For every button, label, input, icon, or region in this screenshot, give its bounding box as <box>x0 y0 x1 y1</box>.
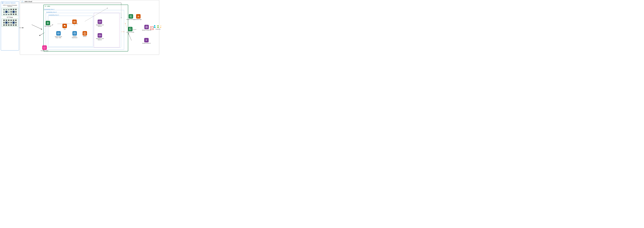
elasticache-icon <box>72 31 77 36</box>
aws-cloud-box: AWS Cloud VPC Availability Zone 1 Availa… <box>20 0 159 55</box>
lambda-edge-label: Lambda Edge <box>135 19 142 20</box>
lambda-edge-icon <box>136 14 140 19</box>
chip-icon: ⬛ <box>15 9 17 11</box>
svg-point-37 <box>100 22 100 22</box>
elasticache-label: Amazon ElastiCache <box>70 36 80 38</box>
chip-icon: ⬛ <box>15 19 17 21</box>
aws-cloud-icon <box>21 1 24 3</box>
camera-icon: 📷 <box>8 13 10 15</box>
chip-icon: ⬛ <box>6 24 8 26</box>
svg-point-47 <box>130 28 130 29</box>
cloudfront-block: Amazon CloudFront <box>142 25 151 31</box>
svg-rect-16 <box>3 3 3 3</box>
iot-core-icon <box>46 21 50 25</box>
s3-images-label: Amazon S3 Images <box>126 19 136 20</box>
chip-icon: ⬛ <box>15 22 17 24</box>
chip-icon: ⬛ <box>15 11 17 13</box>
camera-icon: 📷 <box>3 13 5 15</box>
chip-icon: ⬛ <box>12 9 14 11</box>
bastion-label: Bastion <box>83 36 86 37</box>
iot-core-label: AWS IoT Core <box>44 26 51 27</box>
cloudfront-icon <box>144 25 149 29</box>
chip-icon: ⬛ <box>10 22 12 24</box>
building-icon <box>2 2 4 4</box>
camera-icon: 📷 <box>6 13 8 15</box>
svg-rect-63 <box>44 48 45 48</box>
svg-rect-64 <box>44 48 44 49</box>
chip-icon: ⬛ <box>15 13 17 15</box>
alb1-label: Application Load Balancer <box>96 24 104 27</box>
ca-label: CA <box>74 24 75 26</box>
chip-icon: ⬛ <box>10 13 12 15</box>
alb1-icon <box>98 20 102 24</box>
svg-point-22 <box>74 21 75 22</box>
svg-rect-13 <box>2 3 2 3</box>
chip-icon: ⬛ <box>12 19 14 21</box>
svg-point-27 <box>58 34 60 34</box>
svg-point-42 <box>100 35 100 36</box>
elasticache-block: Amazon ElastiCache <box>70 31 80 38</box>
svg-rect-17 <box>2 3 3 4</box>
bastion-icon <box>82 31 87 36</box>
lambda-edge-block: Lambda Edge <box>135 14 142 20</box>
aurora-label: Amazon Aurora Read / Write <box>54 36 63 38</box>
s3-web-label: Amazon S3 Web <box>126 32 134 33</box>
chip-icon: ⬛ <box>6 19 8 21</box>
svg-point-41 <box>99 35 99 36</box>
switch-icon: ≡ <box>6 22 8 24</box>
parameter-store-icon <box>42 45 47 50</box>
customers-label: Customers <box>156 29 160 30</box>
customer-network-header: Customer Network <box>1 2 19 4</box>
camera-icon: 📷 <box>8 9 10 11</box>
app-label: App <box>64 28 66 30</box>
chip-icon: ⬛ <box>10 24 12 26</box>
vpc-header: VPC <box>44 5 128 8</box>
customer-person-1 <box>153 25 156 28</box>
camera-icon: 📷 <box>8 11 10 13</box>
az3-label: Availability Zone 3 <box>48 14 59 16</box>
chip-icon: ⬛ <box>8 22 10 24</box>
svg-text:53: 53 <box>146 40 147 41</box>
customers-icons <box>153 25 161 28</box>
cloudfront-label: Amazon CloudFront <box>142 30 151 31</box>
s3-web-block: Amazon S3 Web <box>126 27 134 33</box>
s3-images-icon <box>129 14 133 19</box>
customer-network-box: Customer Network UHRS Cameras & Managing… <box>1 1 19 51</box>
svg-rect-15 <box>2 3 2 3</box>
chip-icon: ⬛ <box>3 22 5 24</box>
svg-point-24 <box>58 33 60 33</box>
svg-rect-59 <box>44 47 46 49</box>
svg-point-58 <box>161 25 161 26</box>
route53-icon: 53 <box>144 38 149 42</box>
parameter-store-block: Parameter Store <box>41 45 48 51</box>
customers-block: Customers <box>153 25 161 30</box>
az2-label: Availability Zone 2 <box>46 12 57 13</box>
iot-things-label: IoT Things <box>1 16 19 18</box>
svg-point-46 <box>130 16 131 16</box>
svg-point-35 <box>99 22 99 22</box>
route53-block: 53 Amazon Route 53 <box>142 38 150 44</box>
aws-cloud-title: AWS Cloud <box>24 1 32 3</box>
chip-icon: ⬛ <box>8 24 10 26</box>
switch-icon: ≡ <box>6 11 8 13</box>
alb1-block: Application Load Balancer <box>96 20 104 27</box>
svg-rect-33 <box>84 34 85 35</box>
aws-cloud-header: AWS Cloud <box>20 0 159 3</box>
route53-label: Amazon Route 53 <box>142 43 150 44</box>
az1-label: Availability Zone 1 <box>44 9 54 10</box>
parameter-store-label: Parameter Store <box>41 50 48 51</box>
chip-icon: ⬛ <box>15 24 17 26</box>
chip-icon: ⬛ <box>12 24 14 26</box>
iot-core-block: AWS IoT Core <box>44 21 51 27</box>
customer-network-title: Customer Network <box>4 2 16 4</box>
camera-group-top: 📷 📷 📷 ⬛ ⬛ ⬛ 📷 ≡ 📷 ⬛ ≡ ⬛ 📷 📷 📷 ⬛ ⬛ <box>2 8 18 16</box>
s3-images-block: Amazon S3 Images <box>126 14 136 20</box>
switch-icon: ≡ <box>12 22 14 24</box>
svg-point-62 <box>44 48 44 48</box>
customer-network-subtitle: UHRS Cameras & Managing Hardware <box>1 4 19 8</box>
svg-point-57 <box>157 25 158 26</box>
customer-person-2 <box>156 25 160 28</box>
chip-icon: ⬛ <box>8 19 10 21</box>
bastion-block: Bastion <box>82 31 87 37</box>
svg-rect-14 <box>3 3 3 3</box>
